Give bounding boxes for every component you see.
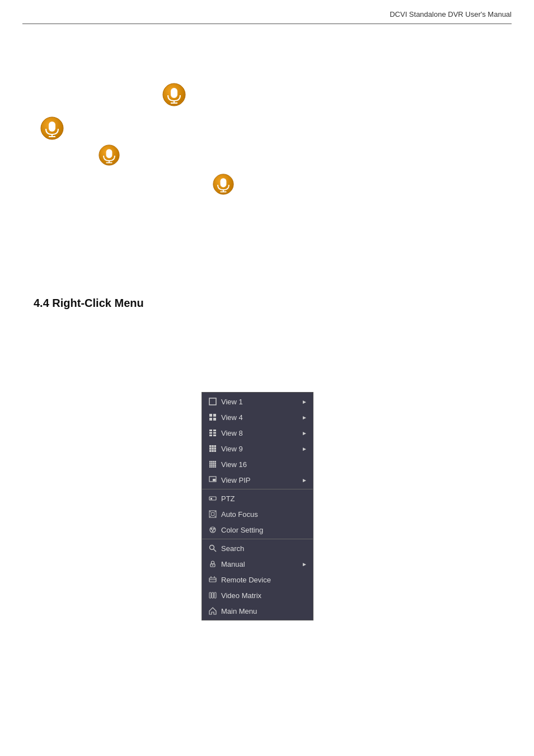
viewpip-icon [208,475,218,485]
menu-group-camera: PTZ Auto Focus [202,489,313,539]
svg-rect-46 [213,464,214,466]
svg-point-57 [211,512,214,516]
svg-rect-30 [209,447,212,450]
svg-rect-33 [209,450,212,452]
svg-rect-13 [221,178,227,187]
menu-item-ptz[interactable]: PTZ [202,491,313,506]
svg-rect-34 [212,450,214,452]
svg-rect-75 [212,592,214,598]
svg-rect-47 [215,464,217,466]
svg-rect-54 [209,497,216,500]
menu-item-search[interactable]: Search [202,540,313,556]
context-menu: View 1 ► View 4 ► [202,392,313,620]
mic-icon-2 [40,116,64,140]
menu-item-mainmenu[interactable]: Main Menu [202,603,313,619]
svg-rect-45 [211,464,213,466]
videomatrix-icon [208,590,218,600]
svg-rect-43 [215,463,217,464]
svg-rect-50 [213,466,214,468]
menu-group-system: Search Manual ► Remot [202,539,313,620]
menu-item-view8[interactable]: View 8 ► [202,425,313,441]
svg-rect-27 [209,445,212,447]
svg-rect-21 [209,430,212,431]
header-title: DCVI Standalone DVR User's Manual [390,10,512,18]
svg-rect-48 [209,466,211,468]
view16-icon [208,459,218,469]
svg-point-64 [213,528,215,530]
ptz-icon [208,493,218,503]
svg-rect-36 [209,461,211,463]
search-icon [208,543,218,553]
svg-rect-41 [211,463,213,464]
svg-rect-9 [106,149,113,158]
svg-rect-18 [213,414,216,417]
mic-icon-1 [162,83,186,106]
svg-rect-35 [214,450,217,452]
view9-icon [208,444,218,454]
mic-icon-3 [99,144,122,168]
svg-rect-19 [209,418,212,421]
view8-icon [208,428,218,438]
svg-rect-37 [211,461,213,463]
menu-item-view9[interactable]: View 9 ► [202,441,313,456]
view4-icon [208,412,218,422]
svg-rect-31 [212,447,214,450]
header-divider [22,24,512,24]
svg-line-67 [214,549,217,552]
svg-rect-40 [209,463,211,464]
svg-rect-16 [209,398,216,405]
svg-rect-22 [213,430,216,431]
svg-rect-26 [213,435,216,436]
svg-rect-76 [214,592,216,598]
svg-rect-38 [213,461,214,463]
menu-item-videomatrix[interactable]: Video Matrix [202,587,313,603]
svg-rect-44 [209,464,211,466]
mainmenu-icon [208,606,218,616]
svg-rect-74 [209,592,211,598]
svg-rect-51 [215,466,217,468]
page-header: DCVI Standalone DVR User's Manual [390,10,512,18]
menu-item-view16[interactable]: View 16 [202,456,313,472]
menu-item-viewpip[interactable]: View PIP ► [202,472,313,488]
svg-rect-5 [49,122,55,132]
svg-point-69 [212,565,213,566]
view1-icon [208,396,218,407]
svg-rect-42 [213,463,214,464]
svg-rect-25 [209,435,212,436]
mic-icon-4 [213,174,236,197]
menu-group-views: View 1 ► View 4 ► [202,393,313,489]
svg-rect-28 [212,445,214,447]
menu-item-remote[interactable]: Remote Device [202,572,313,587]
svg-rect-24 [213,432,216,434]
manual-icon [208,559,218,569]
color-icon [208,525,218,535]
menu-item-manual[interactable]: Manual ► [202,556,313,572]
menu-item-view1[interactable]: View 1 ► [202,394,313,409]
svg-rect-17 [209,414,212,417]
svg-rect-1 [171,88,177,98]
menu-item-color[interactable]: Color Setting [202,522,313,538]
remote-icon [208,575,218,585]
menu-item-view4[interactable]: View 4 ► [202,409,313,425]
svg-rect-49 [211,466,213,468]
svg-rect-20 [213,418,216,421]
autofocus-icon [208,509,218,519]
svg-point-66 [210,545,214,550]
svg-rect-23 [209,432,212,434]
svg-rect-55 [210,498,212,500]
svg-point-63 [211,528,213,530]
svg-rect-53 [213,479,216,481]
svg-rect-29 [214,445,217,447]
svg-point-65 [212,530,214,532]
section-heading: 4.4 Right-Click Menu [34,297,144,310]
menu-item-autofocus[interactable]: Auto Focus [202,506,313,522]
svg-rect-32 [214,447,217,450]
svg-rect-39 [215,461,217,463]
